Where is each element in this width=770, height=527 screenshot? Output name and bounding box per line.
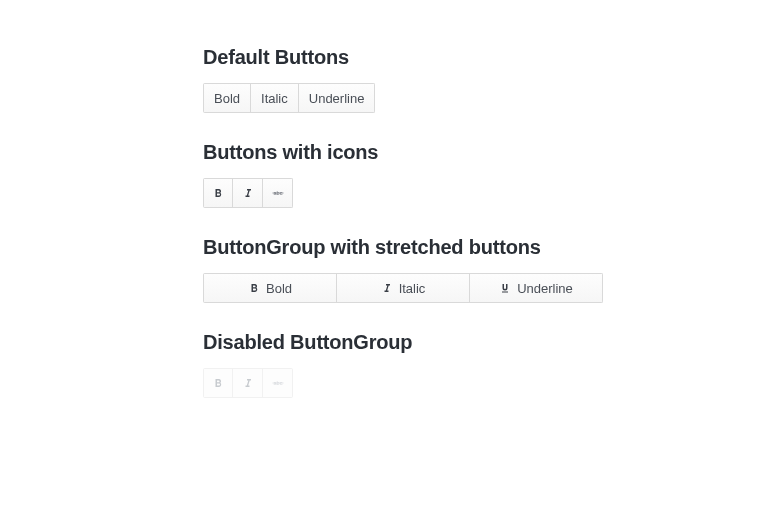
section-disabled-buttons: Disabled ButtonGroup abc: [203, 331, 604, 398]
section-buttons-with-icons: Buttons with icons abc: [203, 141, 604, 208]
bold-icon: [212, 377, 224, 389]
section-title: Buttons with icons: [203, 141, 604, 164]
button-label: Italic: [399, 282, 426, 295]
section-default-buttons: Default Buttons Bold Italic Underline: [203, 46, 604, 113]
strikethrough-icon: abc: [271, 377, 285, 389]
section-title: Default Buttons: [203, 46, 604, 69]
button-label: Bold: [266, 282, 292, 295]
bold-button-disabled: [203, 368, 233, 398]
italic-icon: [381, 282, 393, 294]
bold-icon: [248, 282, 260, 294]
button-label: Bold: [214, 92, 240, 105]
section-title: ButtonGroup with stretched buttons: [203, 236, 604, 259]
button-group-stretched: Bold Italic Underline: [203, 273, 603, 303]
underline-icon: [499, 282, 511, 294]
svg-text:abc: abc: [273, 380, 282, 386]
italic-button-disabled: [233, 368, 263, 398]
strikethrough-icon: abc: [271, 187, 285, 199]
italic-button[interactable]: Italic: [251, 83, 299, 113]
button-label: Underline: [517, 282, 573, 295]
italic-button[interactable]: [233, 178, 263, 208]
demo-page: Default Buttons Bold Italic Underline Bu…: [0, 0, 604, 398]
bold-button[interactable]: Bold: [203, 83, 251, 113]
section-stretched-buttons: ButtonGroup with stretched buttons Bold …: [203, 236, 604, 303]
bold-button[interactable]: Bold: [203, 273, 337, 303]
italic-icon: [242, 377, 254, 389]
underline-button[interactable]: Underline: [299, 83, 376, 113]
button-label: Underline: [309, 92, 365, 105]
button-group-disabled: abc: [203, 368, 293, 398]
svg-text:abc: abc: [273, 190, 282, 196]
button-label: Italic: [261, 92, 288, 105]
italic-button[interactable]: Italic: [337, 273, 470, 303]
strikethrough-button-disabled: abc: [263, 368, 293, 398]
italic-icon: [242, 187, 254, 199]
strikethrough-button[interactable]: abc: [263, 178, 293, 208]
section-title: Disabled ButtonGroup: [203, 331, 604, 354]
button-group-icons: abc: [203, 178, 293, 208]
underline-button[interactable]: Underline: [470, 273, 603, 303]
bold-icon: [212, 187, 224, 199]
button-group-default: Bold Italic Underline: [203, 83, 375, 113]
bold-button[interactable]: [203, 178, 233, 208]
